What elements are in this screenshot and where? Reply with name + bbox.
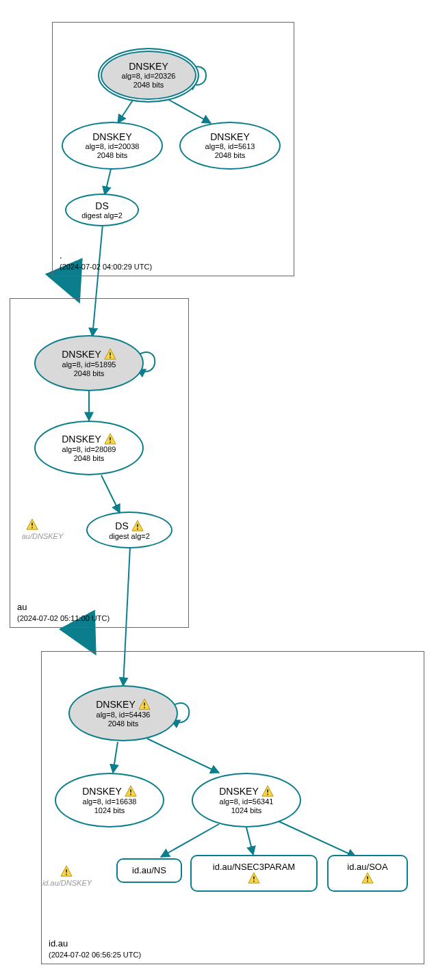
node-rr-soa[interactable]: id.au/SOA [327, 855, 408, 892]
warning-icon [261, 785, 274, 797]
svg-rect-15 [66, 874, 67, 875]
svg-rect-0 [110, 353, 111, 356]
svg-rect-1 [110, 357, 111, 358]
warning-icon [125, 785, 137, 797]
node-root-zsk1-l1: alg=8, id=20038 [86, 142, 140, 151]
node-root-zsk2-l2: 2048 bits [215, 151, 246, 160]
node-idau-zsk1-l2: 1024 bits [94, 806, 125, 815]
zone-idau-name: id.au [49, 938, 141, 950]
node-idau-ksk-title: DNSKEY [96, 699, 136, 710]
zone-root-time: (2024-07-02 04:00:29 UTC) [60, 262, 152, 272]
node-root-zsk1-l2: 2048 bits [97, 151, 128, 160]
warning-icon [248, 872, 260, 884]
node-au-zsk[interactable]: DNSKEY alg=8, id=28089 2048 bits [34, 421, 144, 475]
node-root-ksk-title: DNSKEY [129, 61, 168, 72]
node-au-zsk-l2: 2048 bits [74, 454, 105, 463]
warning-icon [361, 872, 374, 884]
zone-root-name: . [60, 250, 152, 262]
svg-rect-14 [66, 869, 67, 873]
svg-rect-9 [144, 707, 145, 708]
svg-rect-16 [253, 877, 255, 880]
au-dnskey-faded-label: au/DNSKEY [15, 532, 70, 540]
node-root-zsk2-l1: alg=8, id=5613 [205, 142, 255, 151]
warning-icon [138, 698, 151, 711]
node-au-ds-l1: digest alg=2 [109, 532, 150, 541]
zone-idau-time: (2024-07-02 06:56:25 UTC) [49, 950, 141, 959]
au-dnskey-warning [26, 518, 38, 533]
node-idau-zsk2-l2: 1024 bits [231, 806, 262, 815]
svg-rect-3 [110, 442, 111, 443]
zone-root-label: . (2024-07-02 04:00:29 UTC) [60, 250, 152, 272]
node-rr-ns[interactable]: id.au/NS [116, 858, 182, 883]
node-idau-zsk1[interactable]: DNSKEY alg=8, id=16638 1024 bits [55, 773, 164, 827]
zone-au-name: au [17, 602, 110, 613]
node-root-zsk2[interactable]: DNSKEY alg=8, id=5613 2048 bits [179, 122, 281, 170]
node-rr-soa-label: id.au/SOA [347, 862, 387, 873]
node-rr-nsec3-label: id.au/NSEC3PARAM [213, 862, 295, 873]
node-rr-nsec3[interactable]: id.au/NSEC3PARAM [190, 855, 318, 892]
node-au-ksk-title: DNSKEY [62, 349, 101, 360]
warning-icon [104, 433, 116, 445]
node-au-zsk-title: DNSKEY [62, 434, 101, 445]
svg-rect-19 [367, 881, 368, 882]
node-idau-zsk1-l1: alg=8, id=16638 [83, 797, 137, 806]
node-root-zsk1-title: DNSKEY [92, 131, 132, 142]
node-idau-ksk[interactable]: DNSKEY alg=8, id=54436 2048 bits [68, 685, 178, 741]
node-idau-ksk-l2: 2048 bits [108, 719, 139, 728]
node-au-ksk-l2: 2048 bits [74, 369, 105, 378]
node-root-zsk1[interactable]: DNSKEY alg=8, id=20038 2048 bits [62, 122, 163, 170]
node-idau-zsk1-title: DNSKEY [82, 786, 122, 797]
zone-au-label: au (2024-07-02 05:11:00 UTC) [17, 602, 110, 623]
idau-dnskey-warning [60, 865, 73, 879]
node-root-ksk[interactable]: DNSKEY alg=8, id=20326 2048 bits [98, 48, 199, 103]
diagram-canvas: . (2024-07-02 04:00:29 UTC) au (2024-07-… [0, 0, 436, 980]
svg-rect-10 [130, 790, 131, 793]
svg-rect-8 [144, 703, 145, 706]
idau-dnskey-faded-label: id.au/DNSKEY [40, 879, 94, 887]
node-root-ds-l1: digest alg=2 [81, 211, 123, 220]
svg-rect-17 [253, 881, 255, 882]
node-idau-zsk2[interactable]: DNSKEY alg=8, id=56341 1024 bits [192, 773, 301, 827]
node-root-ksk-l2: 2048 bits [133, 81, 164, 90]
node-root-ksk-l1: alg=8, id=20326 [122, 72, 176, 81]
node-idau-zsk2-l1: alg=8, id=56341 [220, 797, 274, 806]
node-au-ds-title: DS [115, 520, 128, 531]
svg-rect-13 [267, 794, 268, 795]
warning-icon [60, 865, 73, 877]
node-root-ds-title: DS [95, 200, 108, 211]
node-root-zsk2-title: DNSKEY [210, 131, 250, 142]
svg-rect-12 [267, 790, 268, 793]
svg-rect-18 [367, 877, 368, 880]
node-au-ksk-l1: alg=8, id=51895 [62, 360, 116, 369]
warning-icon [104, 348, 116, 360]
svg-rect-2 [110, 438, 111, 441]
svg-rect-11 [130, 794, 131, 795]
svg-rect-5 [137, 528, 138, 529]
warning-icon [26, 518, 38, 531]
svg-rect-6 [31, 522, 33, 526]
node-root-ds[interactable]: DS digest alg=2 [65, 194, 139, 226]
warning-icon [131, 520, 144, 532]
svg-rect-4 [137, 524, 138, 527]
zone-idau-label: id.au (2024-07-02 06:56:25 UTC) [49, 938, 141, 959]
node-au-ksk[interactable]: DNSKEY alg=8, id=51895 2048 bits [34, 335, 144, 391]
node-idau-ksk-l1: alg=8, id=54436 [97, 711, 151, 719]
node-au-ds[interactable]: DS digest alg=2 [86, 512, 172, 548]
node-idau-zsk2-title: DNSKEY [219, 786, 259, 797]
zone-au-time: (2024-07-02 05:11:00 UTC) [17, 613, 110, 623]
node-rr-ns-label: id.au/NS [132, 866, 166, 876]
svg-rect-7 [31, 527, 33, 529]
node-au-zsk-l1: alg=8, id=28089 [62, 445, 116, 454]
